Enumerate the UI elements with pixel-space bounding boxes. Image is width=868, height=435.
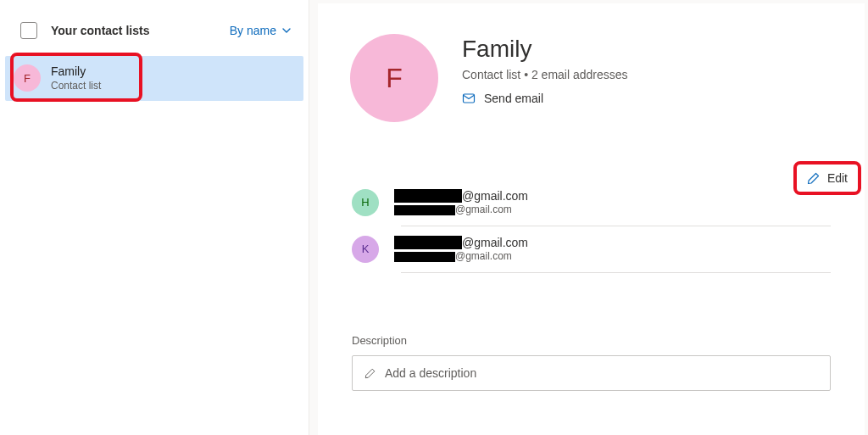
redacted-name <box>394 189 462 203</box>
member-text: @gmail.com @gmail.com <box>394 235 528 264</box>
select-all-checkbox[interactable] <box>20 22 37 39</box>
contact-list-item-subtitle: Contact list <box>51 80 101 92</box>
sort-by-label: By name <box>230 24 276 37</box>
contact-list-item-text: Family Contact list <box>51 64 101 92</box>
member-name-domain: @gmail.com <box>462 235 528 250</box>
chevron-down-icon <box>281 25 292 36</box>
avatar-initial: K <box>362 243 370 255</box>
description-section: Description Add a description <box>352 334 831 391</box>
member-name-domain: @gmail.com <box>462 188 528 204</box>
avatar-initial: F <box>386 63 403 94</box>
redacted-name <box>394 236 462 249</box>
pencil-icon <box>364 367 376 379</box>
contact-list-detail-pane: F Family Contact list • 2 email addresse… <box>318 3 865 435</box>
avatar-initial: F <box>24 72 31 85</box>
member-email-domain: @gmail.com <box>455 204 512 217</box>
member-email-line: @gmail.com <box>394 250 528 264</box>
contact-list-item-name: Family <box>51 64 101 80</box>
detail-title: Family <box>462 36 628 63</box>
pencil-icon <box>807 171 821 185</box>
member-email-domain: @gmail.com <box>455 250 512 264</box>
contact-list-item-family[interactable]: F Family Contact list <box>5 56 303 101</box>
contact-list-avatar: F <box>14 64 41 92</box>
redacted-email <box>394 252 455 262</box>
member-email-line: @gmail.com <box>394 204 528 217</box>
member-row[interactable]: H @gmail.com @gmail.com <box>352 180 831 226</box>
detail-title-block: Family Contact list • 2 email addresses … <box>462 34 628 105</box>
description-placeholder: Add a description <box>385 366 476 380</box>
member-name-line: @gmail.com <box>394 235 528 250</box>
app-root: Your contact lists By name F Family Cont… <box>0 0 868 435</box>
member-text: @gmail.com @gmail.com <box>394 188 528 217</box>
redacted-email <box>394 205 455 215</box>
send-email-label: Send email <box>484 92 543 105</box>
detail-header: F Family Contact list • 2 email addresse… <box>318 34 865 122</box>
edit-button-wrap: Edit <box>798 166 856 190</box>
detail-avatar: F <box>350 34 438 122</box>
member-name-line: @gmail.com <box>394 188 528 204</box>
member-avatar: K <box>352 236 379 263</box>
contact-lists-title: Your contact lists <box>51 24 230 37</box>
members-list: H @gmail.com @gmail.com K <box>352 180 831 273</box>
send-email-button[interactable]: Send email <box>462 92 628 105</box>
avatar-initial: H <box>361 196 369 209</box>
edit-button[interactable]: Edit <box>798 166 856 190</box>
mail-icon <box>462 92 476 105</box>
contact-lists-pane: Your contact lists By name F Family Cont… <box>0 0 309 435</box>
edit-label: Edit <box>827 171 848 185</box>
member-row[interactable]: K @gmail.com @gmail.com <box>352 226 831 272</box>
description-label: Description <box>352 334 831 347</box>
separator <box>401 272 831 273</box>
sort-by-dropdown[interactable]: By name <box>230 24 295 37</box>
detail-subtitle: Contact list • 2 email addresses <box>462 68 628 81</box>
member-avatar: H <box>352 189 379 216</box>
contact-lists-header: Your contact lists By name <box>0 7 309 54</box>
description-input[interactable]: Add a description <box>352 355 831 391</box>
